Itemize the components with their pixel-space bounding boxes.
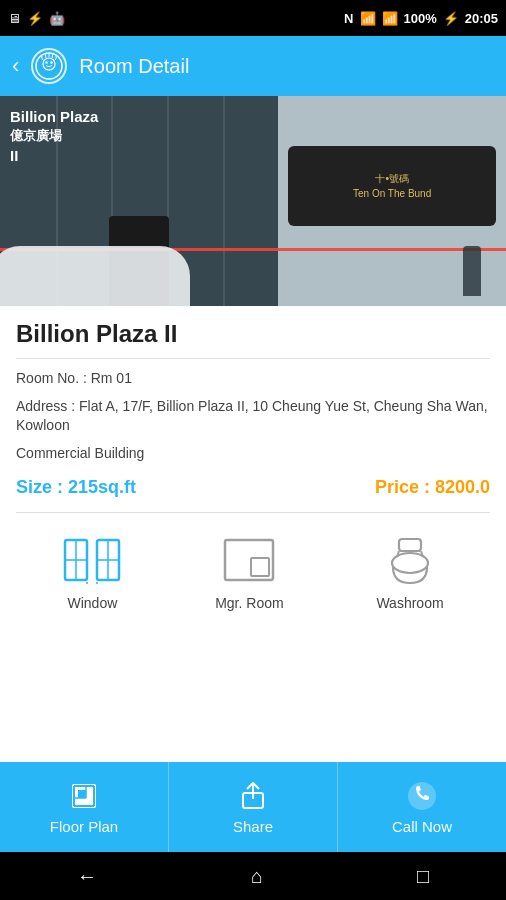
divider-1 bbox=[16, 358, 490, 359]
share-button[interactable]: Share bbox=[169, 762, 338, 852]
svg-rect-13 bbox=[251, 558, 269, 576]
back-nav-icon[interactable]: ← bbox=[77, 865, 97, 888]
app-bar: ‹ Room Detail bbox=[0, 36, 506, 96]
amenity-mgr-room: Mgr. Room bbox=[215, 537, 283, 611]
amenity-window: Window bbox=[62, 537, 122, 611]
svg-rect-12 bbox=[225, 540, 273, 580]
washroom-amenity-icon bbox=[380, 537, 440, 587]
status-left-icons: 🖥 ⚡ 🤖 bbox=[8, 11, 65, 26]
android-icon: 🤖 bbox=[49, 11, 65, 26]
size-price-row: Size : 215sq.ft Price : 8200.0 bbox=[16, 473, 490, 502]
content-area: Billion Plaza II Room No. : Rm 01 Addres… bbox=[0, 306, 506, 621]
floor-plan-icon bbox=[68, 780, 100, 812]
svg-point-2 bbox=[46, 61, 48, 63]
svg-rect-14 bbox=[399, 539, 421, 551]
back-button[interactable]: ‹ bbox=[12, 53, 19, 79]
status-bar: 🖥 ⚡ 🤖 N 📶 📶 100% ⚡ 20:05 bbox=[0, 0, 506, 36]
battery-level: 100% bbox=[404, 11, 437, 26]
building-type: Commercial Building bbox=[16, 444, 490, 464]
mgr-room-amenity-icon bbox=[219, 537, 279, 587]
share-icon bbox=[237, 780, 269, 812]
property-image: Billion Plaza 億京廣場 II 十•號碼Ten On The Bun… bbox=[0, 96, 506, 306]
window-amenity-icon bbox=[62, 537, 122, 587]
usb-icon: ⚡ bbox=[27, 11, 43, 26]
wifi-icon: 📶 bbox=[360, 11, 376, 26]
car-silhouette bbox=[0, 246, 190, 306]
recents-nav-icon[interactable]: □ bbox=[417, 865, 429, 888]
amenities-row: Window Mgr. Room bbox=[16, 521, 490, 621]
screen-icon: 🖥 bbox=[8, 11, 21, 26]
app-logo bbox=[31, 48, 67, 84]
svg-point-1 bbox=[43, 58, 55, 70]
share-label: Share bbox=[233, 818, 273, 835]
building-sign: Billion Plaza 億京廣場 II bbox=[10, 106, 98, 166]
price-value: Price : 8200.0 bbox=[375, 477, 490, 498]
property-title: Billion Plaza II bbox=[16, 320, 490, 348]
svg-rect-21 bbox=[78, 790, 86, 798]
battery-icon: ⚡ bbox=[443, 11, 459, 26]
call-now-button[interactable]: Call Now bbox=[338, 762, 506, 852]
amenity-washroom: Washroom bbox=[376, 537, 443, 611]
call-now-label: Call Now bbox=[392, 818, 452, 835]
app-bar-title: Room Detail bbox=[79, 55, 189, 78]
svg-point-3 bbox=[51, 61, 53, 63]
window-label: Window bbox=[67, 595, 117, 611]
phone-icon bbox=[406, 780, 438, 812]
room-number: Room No. : Rm 01 bbox=[16, 369, 490, 389]
mgr-room-label: Mgr. Room bbox=[215, 595, 283, 611]
size-value: Size : 215sq.ft bbox=[16, 477, 136, 498]
address: Address : Flat A, 17/F, Billion Plaza II… bbox=[16, 397, 490, 436]
washroom-label: Washroom bbox=[376, 595, 443, 611]
person-silhouette bbox=[463, 246, 481, 296]
clock: 20:05 bbox=[465, 11, 498, 26]
floor-plan-button[interactable]: Floor Plan bbox=[0, 762, 169, 852]
action-bar: Floor Plan Share Call Now bbox=[0, 762, 506, 852]
nfc-icon: N bbox=[344, 11, 353, 26]
home-nav-icon[interactable]: ⌂ bbox=[251, 865, 263, 888]
signal-icon: 📶 bbox=[382, 11, 398, 26]
divider-2 bbox=[16, 512, 490, 513]
shop-sign: 十•號碼Ten On The Bund bbox=[288, 146, 496, 226]
floor-plan-label: Floor Plan bbox=[50, 818, 118, 835]
system-nav-bar: ← ⌂ □ bbox=[0, 852, 506, 900]
status-right-info: N 📶 📶 100% ⚡ 20:05 bbox=[344, 11, 498, 26]
